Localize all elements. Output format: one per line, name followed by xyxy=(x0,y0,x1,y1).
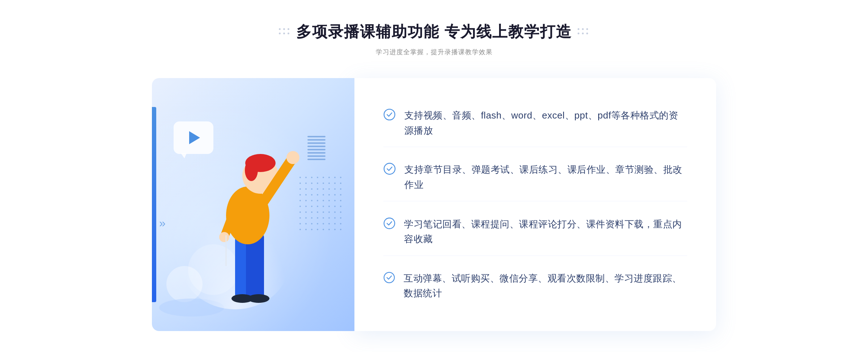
feature-item-2: 支持章节目录、弹题考试、课后练习、课后作业、章节测验、批改作业 xyxy=(383,154,687,201)
page-header: 多项录播课辅助功能 专为线上教学打造 xyxy=(279,22,589,42)
main-content: » xyxy=(152,78,716,331)
feature-text-3: 学习笔记回看、课程提问、课程评论打分、课件资料下载，重点内容收藏 xyxy=(404,217,687,247)
stripe-decoration xyxy=(307,136,326,165)
check-icon-2 xyxy=(383,162,396,175)
feature-item-3: 学习笔记回看、课程提问、课程评论打分、课件资料下载，重点内容收藏 xyxy=(383,208,687,256)
page-title: 多项录播课辅助功能 专为线上教学打造 xyxy=(296,22,572,42)
svg-point-7 xyxy=(245,159,258,181)
feature-item-1: 支持视频、音频、flash、word、excel、ppt、pdf等各种格式的资源… xyxy=(383,99,687,147)
svg-point-16 xyxy=(384,272,395,283)
person-figure xyxy=(188,129,304,331)
accent-bar xyxy=(152,107,156,302)
svg-point-3 xyxy=(248,294,269,303)
dot-pattern xyxy=(299,177,344,232)
svg-point-13 xyxy=(384,109,395,120)
decorative-dots-right xyxy=(578,28,589,35)
check-icon-1 xyxy=(383,108,396,121)
feature-text-4: 互动弹幕、试听购买、微信分享、观看次数限制、学习进度跟踪、数据统计 xyxy=(404,271,687,301)
illustration-area: » xyxy=(152,78,354,331)
check-icon-3 xyxy=(383,217,395,230)
chevron-left-icon: » xyxy=(159,216,166,230)
svg-point-9 xyxy=(286,151,299,164)
content-area: 支持视频、音频、flash、word、excel、ppt、pdf等各种格式的资源… xyxy=(354,78,716,331)
decorative-dots-left xyxy=(279,28,290,35)
feature-text-2: 支持章节目录、弹题考试、课后练习、课后作业、章节测验、批改作业 xyxy=(404,162,687,192)
feature-item-4: 互动弹幕、试听购买、微信分享、观看次数限制、学习进度跟踪、数据统计 xyxy=(383,262,687,310)
svg-point-14 xyxy=(384,163,395,174)
page-subtitle: 学习进度全掌握，提升录播课教学效果 xyxy=(376,48,493,56)
svg-point-11 xyxy=(219,232,229,242)
check-icon-4 xyxy=(383,271,395,284)
feature-text-1: 支持视频、音频、flash、word、excel、ppt、pdf等各种格式的资源… xyxy=(404,108,687,138)
svg-point-15 xyxy=(384,218,395,229)
